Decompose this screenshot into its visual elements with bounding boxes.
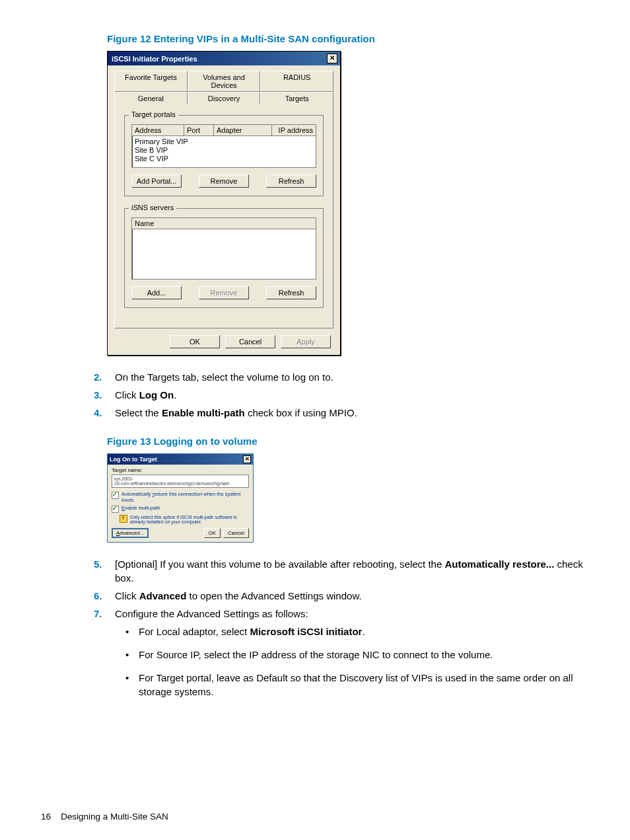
warning-icon bbox=[120, 515, 127, 523]
cancel-button[interactable]: Cancel bbox=[225, 335, 275, 348]
logon-target-dialog: Log On to Target ✕ Target name: iqn.2003… bbox=[107, 453, 254, 543]
col-port[interactable]: Port bbox=[184, 125, 214, 135]
bullet-item: For Target portal, leave as Default so t… bbox=[139, 671, 589, 699]
tab-strip: Favorite Targets Volumes and Devices RAD… bbox=[114, 71, 333, 104]
target-name-label: Target name: bbox=[112, 467, 249, 473]
cancel-button[interactable]: Cancel bbox=[223, 528, 249, 538]
dialog-title: Log On to Target bbox=[110, 456, 157, 463]
apply-button: Apply bbox=[281, 335, 331, 348]
ok-button[interactable]: OK bbox=[170, 335, 220, 348]
group-legend: Target portals bbox=[129, 110, 178, 118]
list-item[interactable]: Primary Site VIP bbox=[135, 137, 313, 146]
step-4: Select the Enable multi-path check box i… bbox=[115, 406, 589, 420]
remove-button[interactable]: Remove bbox=[199, 174, 249, 188]
auto-restore-checkbox-row[interactable]: Automatically restore this connection wh… bbox=[112, 491, 249, 503]
warning-text: Only select this option if iSCSI multi-p… bbox=[130, 515, 249, 524]
steps-list-b: [Optional] If you want this volume to be… bbox=[41, 557, 589, 621]
isns-list[interactable]: Name bbox=[131, 217, 316, 280]
footer-text: Designing a Multi-Site SAN bbox=[61, 812, 168, 821]
checkbox-icon[interactable] bbox=[112, 506, 119, 513]
step-3: Click Log On. bbox=[115, 388, 589, 402]
figure12-caption: Figure 12 Entering VIPs in a Multi-Site … bbox=[107, 33, 589, 44]
ok-button[interactable]: OK bbox=[204, 528, 221, 538]
iscsi-initiator-dialog: iSCSI Initiator Properties ✕ Favorite Ta… bbox=[107, 51, 341, 356]
col-address[interactable]: Address bbox=[132, 125, 184, 135]
col-ip-address[interactable]: IP address bbox=[272, 125, 316, 135]
step-7: Configure the Advanced Settings as follo… bbox=[115, 607, 589, 621]
steps-list-a: On the Targets tab, select the volume to… bbox=[41, 370, 589, 420]
tab-volumes-devices[interactable]: Volumes and Devices bbox=[188, 71, 261, 92]
bullet-item: For Local adaptor, select Microsoft iSCS… bbox=[139, 625, 589, 638]
step-2: On the Targets tab, select the volume to… bbox=[115, 370, 589, 384]
enable-multipath-checkbox-row[interactable]: Enable multi-path bbox=[112, 505, 249, 513]
col-name[interactable]: Name bbox=[132, 218, 316, 229]
auto-restore-label: Automatically restore this connection wh… bbox=[122, 491, 249, 503]
step-5: [Optional] If you want this volume to be… bbox=[115, 557, 589, 585]
figure13-caption: Figure 13 Logging on to volume bbox=[107, 436, 589, 447]
target-name-input[interactable]: iqn.2003-10.com.lefthandnetworks:demoexc… bbox=[112, 475, 249, 488]
dialog-title: iSCSI Initiator Properties bbox=[112, 55, 197, 63]
group-isns-servers: iSNS servers Name Add... Remove Refresh bbox=[124, 208, 324, 308]
group-target-portals: Target portals Address Port Adapter IP a… bbox=[124, 115, 324, 196]
list-item[interactable]: Site C VIP bbox=[135, 155, 313, 163]
refresh-button[interactable]: Refresh bbox=[266, 174, 316, 188]
tab-targets[interactable]: Targets bbox=[260, 92, 333, 104]
warning-row: Only select this option if iSCSI multi-p… bbox=[120, 515, 249, 524]
tab-general[interactable]: General bbox=[114, 92, 188, 104]
checkbox-icon[interactable] bbox=[112, 492, 119, 499]
step-6: Click Advanced to open the Advanced Sett… bbox=[115, 589, 589, 603]
enable-multipath-label: Enable multi-path bbox=[122, 505, 160, 511]
refresh-button[interactable]: Refresh bbox=[266, 286, 316, 299]
tab-discovery[interactable]: Discovery bbox=[188, 92, 261, 104]
bullet-item: For Source IP, select the IP address of … bbox=[139, 648, 589, 662]
dialog-titlebar: Log On to Target ✕ bbox=[108, 454, 253, 465]
close-icon[interactable]: ✕ bbox=[243, 455, 251, 463]
bullet-list: For Local adaptor, select Microsoft iSCS… bbox=[41, 625, 589, 699]
tab-favorite-targets[interactable]: Favorite Targets bbox=[114, 71, 188, 92]
col-adapter[interactable]: Adapter bbox=[214, 125, 272, 135]
group-legend: iSNS servers bbox=[129, 204, 176, 211]
list-item[interactable]: Site B VIP bbox=[135, 146, 313, 155]
dialog-titlebar: iSCSI Initiator Properties ✕ bbox=[108, 52, 340, 65]
add-button[interactable]: Add... bbox=[131, 286, 182, 299]
close-icon[interactable]: ✕ bbox=[327, 54, 337, 63]
target-portals-list[interactable]: Address Port Adapter IP address Primary … bbox=[131, 124, 316, 168]
remove-button-disabled: Remove bbox=[199, 286, 249, 299]
advanced-button[interactable]: Advanced... bbox=[112, 528, 149, 538]
page-footer: 16 Designing a Multi-Site SAN bbox=[41, 812, 168, 821]
tab-radius[interactable]: RADIUS bbox=[260, 71, 333, 92]
add-portal-button[interactable]: Add Portal... bbox=[131, 174, 182, 188]
page-number: 16 bbox=[41, 812, 51, 821]
